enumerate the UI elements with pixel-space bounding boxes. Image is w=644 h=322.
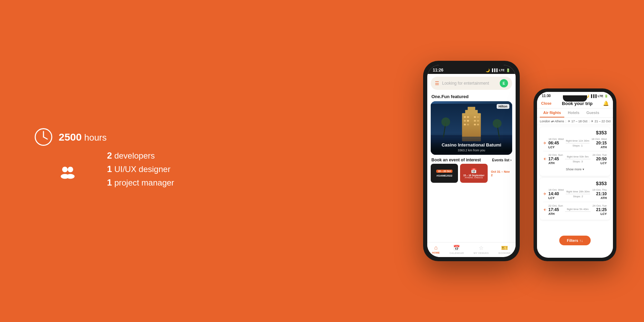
trip-filters: London ⇄ Athens | ✈ 17 – 18 Oct | ✈ 21 –… — [537, 118, 613, 125]
event-hashtag-1: #GAME2022 — [436, 174, 452, 177]
nav-calendar[interactable]: 📅 CALENDAR — [449, 245, 464, 254]
nav-calendar-label: CALENDAR — [449, 252, 464, 254]
route-filter[interactable]: London ⇄ Athens — [540, 120, 564, 123]
developers-stat: 2 developers — [107, 150, 174, 161]
arrive-block-2: 19 Oct, Thu 21:10 ATH — [592, 188, 607, 200]
featured-distance: 3363.2 km from you — [434, 149, 509, 152]
nav-venues-label: MY VENUES — [474, 252, 489, 254]
hours-number: 2500 — [59, 131, 82, 143]
svg-point-3 — [62, 167, 68, 172]
arrive-block-1: 18 Oct, Wed 20:15 ATH — [592, 138, 607, 149]
developers-row: 2 developers 1 UI/UX designer 1 project … — [59, 154, 174, 191]
plane-return-icon: ✈ — [543, 157, 546, 161]
featured-image[interactable]: Hilton Casino International Batumi 3363.… — [431, 101, 512, 155]
events-list-link[interactable]: Events list › — [492, 158, 511, 162]
svg-rect-16 — [464, 120, 466, 122]
flight-outbound-1: ✈ 18 Oct, Wed 06:45 LCY flight time 11h … — [543, 138, 607, 149]
svg-rect-14 — [474, 116, 476, 118]
search-placeholder: Looking for entertainment — [442, 81, 497, 86]
arrive-return-1: 24 Oct, Tue 20:50 LCY — [593, 153, 607, 165]
svg-point-6 — [66, 174, 75, 179]
dev-count: 2 — [107, 150, 112, 161]
secondary-time: 11:30 — [542, 94, 551, 98]
event-card-1[interactable]: 19 – 20 Oct #GAME2022 — [431, 164, 458, 183]
plane-depart-icon: ✈ — [543, 141, 546, 145]
svg-line-2 — [43, 137, 47, 139]
svg-rect-19 — [477, 120, 479, 122]
close-button[interactable]: Close — [541, 101, 552, 105]
secondary-status-icons: 🌙 ▐▐▐ LTE 🔋 — [585, 94, 608, 98]
dates-return[interactable]: ✈ 21 – 22 Oct — [591, 120, 611, 123]
designer-count: 1 — [107, 164, 112, 174]
plane-return-icon-2: ✈ — [543, 208, 546, 212]
home-icon: ⌂ — [434, 245, 438, 251]
svg-rect-22 — [474, 124, 476, 125]
nav-home[interactable]: ⌂ HOME — [432, 245, 440, 254]
phone-secondary: 11:30 🌙 ▐▐▐ LTE 🔋 Close Book your trip 🔔 — [534, 88, 616, 261]
svg-point-25 — [441, 117, 450, 126]
flight-card-1[interactable]: $353 ✈ 18 Oct, Wed 06:45 LCY flight time… — [540, 127, 610, 176]
book-event-title: Book an event of interest — [431, 158, 481, 162]
svg-rect-18 — [474, 120, 476, 122]
event-date-2: 15 – 16 September — [463, 174, 484, 177]
designer-role: UI/UX designer — [114, 164, 170, 174]
event-cards: 19 – 20 Oct #GAME2022 📅 15 – 16 Septembe… — [427, 164, 516, 183]
calendar-icon: 📅 — [471, 168, 477, 173]
event-card-2[interactable]: 📅 15 – 16 September ATHENS, GREECE — [460, 164, 487, 183]
menu-icon[interactable]: ☰ — [435, 80, 439, 86]
flight-return-2: ✈ 22 Oct, Sun 17:45 ATH flight time 5h 4… — [543, 204, 607, 216]
depart-return-1: 22 Oct, Sun 17:45 ATH — [548, 153, 563, 165]
tab-hotels[interactable]: Hotels — [564, 108, 583, 117]
search-bar[interactable]: ☰ Looking for entertainment E — [431, 77, 512, 90]
depart-block-1: 18 Oct, Wed 06:45 LCY — [548, 138, 564, 149]
dates-outbound[interactable]: ✈ 17 – 18 Oct — [568, 120, 587, 123]
hours-unit: hours — [84, 132, 107, 143]
main-time: 11:26 — [433, 68, 443, 73]
pm-count: 1 — [107, 177, 112, 188]
featured-hotel-badge: Hilton — [497, 104, 510, 109]
tab-guests[interactable]: Guests — [583, 108, 603, 117]
nav-booking[interactable]: 🎫 BOOKING — [498, 245, 511, 254]
plane-depart-icon-2: ✈ — [543, 192, 546, 196]
svg-rect-12 — [464, 116, 466, 118]
svg-rect-13 — [467, 116, 469, 118]
depart-block-2: 18 Oct, Wed 14:40 LCY — [548, 188, 564, 200]
nav-venues[interactable]: ☆ MY VENUES — [474, 245, 489, 254]
featured-overlay: Casino International Batumi 3363.2 km fr… — [431, 138, 512, 155]
event-location-2: ATHENS, GREECE — [465, 177, 483, 179]
clock-icon — [35, 128, 52, 146]
pm-role: project manager — [114, 178, 174, 187]
book-event-header: Book an event of interest Events list › — [427, 155, 516, 164]
designer-stat: 1 UI/UX designer — [107, 164, 174, 174]
team-stats: 2 developers 1 UI/UX designer 1 project … — [59, 154, 174, 191]
phones-container: 11:26 🌙 ▐▐▐ LTE 🔋 ☰ Looking for entertai… — [423, 61, 616, 261]
main-status-icons: 🌙 ▐▐▐ LTE 🔋 — [486, 68, 510, 72]
show-more-button[interactable]: Show more ▾ — [543, 166, 607, 173]
filters-button[interactable]: Filters ↑↓ — [559, 236, 591, 245]
event-date-range: Oct 31 – Nov 2 — [491, 170, 512, 177]
venues-icon: ☆ — [479, 245, 484, 251]
left-panel: 2500 hours 2 developers 1 UI/UX designer — [35, 128, 174, 194]
event-date-badge-1: 19 – 20 Oct — [436, 170, 452, 173]
notification-icon[interactable]: 🔔 — [603, 101, 609, 106]
section-title: One.Fun featured — [427, 93, 516, 101]
nav-booking-label: BOOKING — [498, 252, 511, 254]
svg-rect-21 — [467, 124, 469, 125]
pm-stat: 1 project manager — [107, 177, 174, 188]
flight-price-2: $353 — [543, 181, 607, 186]
svg-rect-23 — [477, 124, 479, 125]
arrive-return-2: 24 Oct, Tue 21:25 LCY — [593, 204, 607, 216]
tab-air-flights[interactable]: Air flights — [540, 108, 564, 117]
svg-rect-15 — [477, 116, 479, 118]
phone-main: 11:26 🌙 ▐▐▐ LTE 🔋 ☰ Looking for entertai… — [423, 61, 520, 261]
svg-rect-20 — [464, 124, 466, 125]
notch-main — [458, 65, 485, 73]
flight-card-2[interactable]: $353 ✈ 18 Oct, Wed 14:40 LCY flight time… — [540, 178, 610, 220]
hours-text: 2500 hours — [59, 131, 107, 143]
user-avatar[interactable]: E — [500, 79, 508, 87]
flight-middle-2: flight time 28h 30m Stops: 2 — [566, 190, 590, 198]
booking-icon: 🎫 — [501, 245, 508, 251]
bottom-nav: ⌂ HOME 📅 CALENDAR ☆ MY VENUES 🎫 BOOKING — [427, 242, 516, 254]
phone-secondary-screen: 11:30 🌙 ▐▐▐ LTE 🔋 Close Book your trip 🔔 — [537, 92, 613, 258]
team-icon — [59, 163, 77, 181]
